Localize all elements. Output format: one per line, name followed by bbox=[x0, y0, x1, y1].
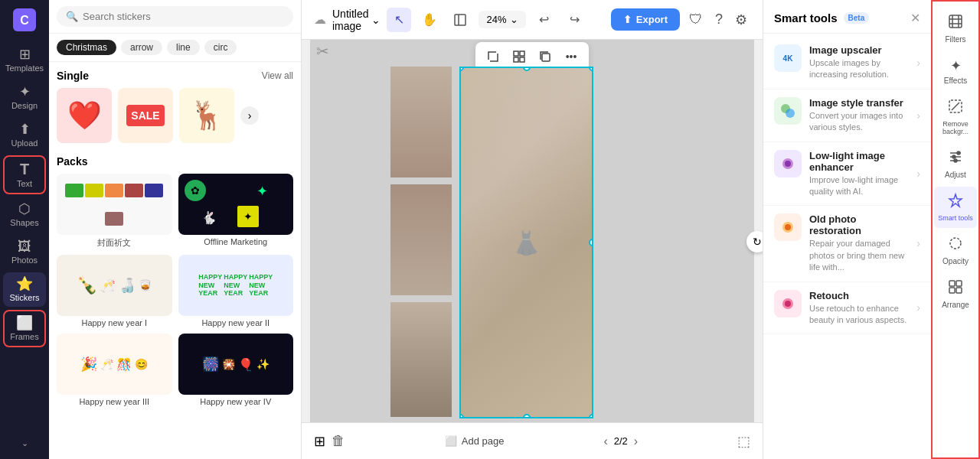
tag-christmas[interactable]: Christmas bbox=[57, 40, 116, 55]
sidebar-item-shapes[interactable]: ⬡ Shapes bbox=[3, 197, 46, 232]
right-tool-arrange[interactable]: Arrange bbox=[934, 273, 977, 315]
upload-icon: ⬆ bbox=[19, 122, 31, 136]
pack-item-newyear3[interactable]: 🎉 🥂 🎊 😊 Happy new year III bbox=[57, 334, 172, 406]
refresh-btn[interactable]: ↻ bbox=[746, 231, 763, 252]
single-title: Single bbox=[57, 70, 89, 82]
search-input-wrap[interactable]: 🔍 bbox=[57, 6, 293, 27]
sticker-next-btn[interactable]: › bbox=[240, 106, 259, 125]
frames-icon: ⬜ bbox=[16, 316, 33, 330]
right-tool-effects[interactable]: ✦ Effects bbox=[934, 51, 977, 91]
right-tool-adjust[interactable]: Adjust bbox=[934, 143, 977, 185]
adjust-icon bbox=[948, 149, 963, 168]
sidebar-item-frames[interactable]: ⬜ Frames bbox=[3, 310, 46, 347]
small-photo-2[interactable] bbox=[390, 184, 452, 295]
stickers-icon: ⭐ bbox=[16, 277, 33, 291]
handle-bm[interactable] bbox=[523, 414, 531, 418]
undo-btn[interactable]: ↩ bbox=[532, 8, 557, 32]
retouch-icon bbox=[774, 290, 802, 317]
view-all-link[interactable]: View all bbox=[262, 70, 293, 81]
handle-rm[interactable] bbox=[589, 239, 593, 246]
add-grid-icon[interactable]: ⊞ bbox=[314, 433, 325, 450]
redo-btn[interactable]: ↪ bbox=[563, 8, 587, 32]
upscaler-name: Image upscaler bbox=[809, 44, 909, 56]
select-tool-btn[interactable]: ↖ bbox=[387, 8, 411, 32]
tool-image-upscaler[interactable]: 4K Image upscaler Upscale images by incr… bbox=[763, 37, 931, 90]
pack-label-newyear3: Happy new year III bbox=[57, 397, 172, 406]
pack-item-newyear1[interactable]: 🍾 🥂 🍶 🥃 Happy new year I bbox=[57, 255, 172, 327]
low-light-icon bbox=[774, 150, 802, 177]
right-tool-opacity[interactable]: Opacity bbox=[934, 230, 977, 272]
add-page-btn[interactable]: ⬜ Add page bbox=[445, 435, 505, 447]
tool-old-photo[interactable]: Old photo restoration Repair your damage… bbox=[763, 206, 931, 282]
zoom-control[interactable]: 24% ⌄ bbox=[479, 11, 525, 28]
delete-icon[interactable]: 🗑 bbox=[332, 433, 345, 449]
right-tool-filters[interactable]: Filters bbox=[934, 8, 977, 50]
sidebar-more[interactable]: ⌄ bbox=[3, 434, 46, 453]
pack-item-offline[interactable]: ✿ ✦ 🐇 ✦ Offline Marketing bbox=[178, 174, 294, 249]
search-input[interactable] bbox=[83, 11, 284, 22]
float-crop-btn[interactable] bbox=[482, 45, 505, 68]
zoom-arrow: ⌄ bbox=[510, 14, 518, 25]
sidebar-item-stickers[interactable]: ⭐ Stickers bbox=[3, 272, 46, 307]
prev-page-btn[interactable]: ‹ bbox=[603, 435, 607, 448]
design-icon: ✦ bbox=[19, 85, 31, 99]
bottom-center: ⬜ Add page bbox=[445, 435, 505, 447]
shield-icon[interactable]: 🛡 bbox=[686, 8, 706, 31]
sidebar-item-label: Shapes bbox=[10, 218, 38, 227]
float-copy-btn[interactable] bbox=[534, 45, 557, 68]
hand-tool-btn[interactable]: ✋ bbox=[417, 8, 442, 32]
shapes-icon: ⬡ bbox=[18, 202, 31, 216]
export-button[interactable]: ⬆ Export bbox=[611, 8, 680, 31]
tag-line[interactable]: line bbox=[167, 40, 200, 55]
settings-icon[interactable]: ⚙ bbox=[732, 8, 750, 31]
canvas-background: Page 2 ✂ bbox=[310, 40, 754, 422]
smart-panel-close[interactable]: ✕ bbox=[910, 11, 920, 25]
pack-item-newyear2[interactable]: HAPPYNEWYEAR HAPPYNEWYEAR HAPPYNEWYEAR H… bbox=[178, 255, 294, 327]
main-photo[interactable]: 👗 bbox=[459, 67, 593, 418]
pack-item-newyear4[interactable]: 🎆 🎇 🎈 ✨ Happy new year IV bbox=[178, 334, 294, 406]
pack-item-fengmian[interactable]: 封面祈文 bbox=[57, 174, 172, 249]
tag-circ[interactable]: circ bbox=[204, 40, 237, 55]
search-icon: 🔍 bbox=[66, 11, 78, 22]
sticker-heart[interactable]: ❤️ bbox=[57, 88, 112, 143]
tool-low-light[interactable]: Low-light image enhancer Improve low-lig… bbox=[763, 142, 931, 207]
tool-retouch[interactable]: Retouch Use retouch to enhance beauty in… bbox=[763, 282, 931, 335]
sidebar-item-upload[interactable]: ⬆ Upload bbox=[3, 118, 46, 152]
svg-point-10 bbox=[786, 109, 795, 118]
tag-arrow[interactable]: arrow bbox=[121, 40, 162, 55]
retouch-name: Retouch bbox=[809, 290, 909, 301]
sidebar-item-photos[interactable]: 🖼 Photos bbox=[3, 235, 46, 269]
help-icon[interactable]: ? bbox=[712, 8, 726, 31]
sidebar-item-templates[interactable]: ⊞ Templates bbox=[3, 43, 46, 77]
effects-label: Effects bbox=[944, 76, 967, 85]
small-photo-3[interactable] bbox=[390, 302, 452, 417]
add-page-label: Add page bbox=[462, 435, 505, 447]
sticker-sale[interactable]: SALE bbox=[118, 88, 173, 143]
fullscreen-icon[interactable]: ⬚ bbox=[737, 433, 750, 450]
right-tool-smart-tools[interactable]: Smart tools bbox=[934, 187, 977, 228]
svg-rect-4 bbox=[514, 51, 518, 56]
cloud-save-icon[interactable]: ☁ bbox=[314, 12, 326, 27]
canvas-viewport[interactable]: Page 2 ✂ bbox=[302, 40, 763, 422]
pack-label-offline: Offline Marketing bbox=[178, 237, 294, 246]
svg-text:C: C bbox=[20, 14, 29, 27]
page-navigation: ‹ 2/2 › bbox=[603, 435, 638, 448]
nav-sidebar: C ⊞ Templates ✦ Design ⬆ Upload T Text ⬡… bbox=[0, 0, 49, 459]
handle-br[interactable] bbox=[589, 414, 593, 418]
app-logo[interactable]: C bbox=[11, 6, 38, 34]
smart-tools-list: 4K Image upscaler Upscale images by incr… bbox=[763, 34, 931, 459]
file-title[interactable]: Untitled image ⌄ bbox=[332, 8, 381, 32]
float-more-btn[interactable]: ••• bbox=[560, 45, 583, 68]
pack-label-fengmian: 封面祈文 bbox=[57, 237, 172, 249]
next-page-btn[interactable]: › bbox=[634, 435, 638, 448]
packs-title: Packs bbox=[57, 155, 87, 168]
sidebar-item-text[interactable]: T Text bbox=[3, 155, 46, 194]
opacity-label: Opacity bbox=[942, 257, 969, 265]
small-photo-1[interactable] bbox=[390, 67, 452, 177]
float-grid-btn[interactable] bbox=[508, 45, 531, 68]
frame-tool-btn[interactable] bbox=[448, 8, 472, 32]
sidebar-item-design[interactable]: ✦ Design bbox=[3, 80, 46, 115]
sticker-deer[interactable]: 🦌 bbox=[179, 88, 234, 143]
tool-image-style-transfer[interactable]: Image style transfer Convert your images… bbox=[763, 90, 931, 142]
right-tool-remove-bg[interactable]: Remove backgr... bbox=[934, 93, 977, 142]
